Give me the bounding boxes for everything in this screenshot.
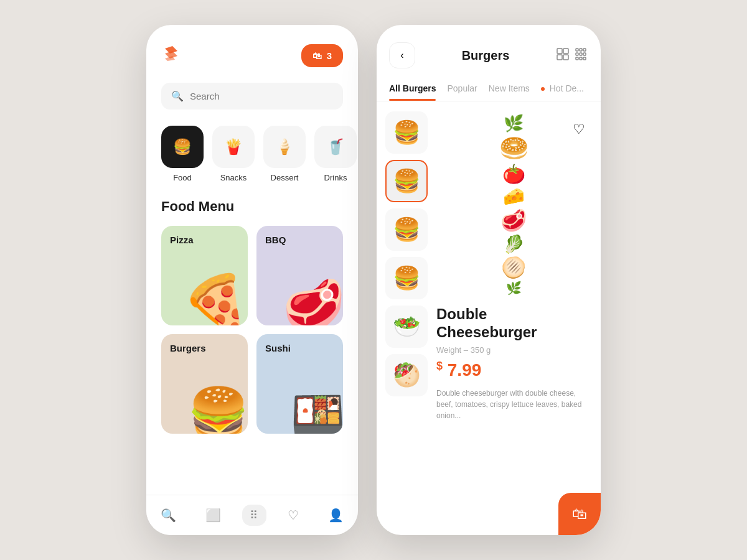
cheese-layer: 🧀 [503,186,525,207]
burgers-image: 🍔 [187,389,248,434]
tab-popular[interactable]: Popular [447,78,477,101]
back-button[interactable]: ‹ [389,42,415,68]
category-drinks[interactable]: 🥤 Drinks [314,126,357,182]
dessert-label: Dessert [271,173,299,182]
category-snacks[interactable]: 🍟 Snacks [212,126,255,182]
patty-layer: 🥩 [500,208,527,233]
burgers-label: Burgers [170,343,206,353]
nav-avatar-icon: 👤 [328,508,344,523]
svg-rect-4 [576,49,578,51]
sushi-image: 🍱 [291,393,343,434]
burger-exploded-view: 🌿 🥯 🍅 🧀 🥩 🥬 🫓 🌿 [499,111,529,302]
nav-grid-icon: ⠿ [250,508,259,522]
product-weight: Weight – 350 g [436,345,591,355]
snacks-label: Snacks [220,173,247,182]
thumb-item-2[interactable]: 🍔 [385,160,428,202]
svg-rect-3 [563,55,568,60]
svg-rect-0 [557,49,562,54]
menu-card-sushi[interactable]: Sushi 🍱 [256,334,343,434]
drinks-label: Drinks [324,173,347,182]
nav-orders-icon: ⬜ [205,508,221,523]
search-input[interactable] [190,91,333,101]
menu-section-title: Food Menu [161,198,343,215]
price-value: 7.99 [448,360,482,380]
currency-symbol: $ [436,360,443,372]
nav-search-icon: 🔍 [161,508,176,523]
bun-bottom-layer: 🫓 [501,256,526,279]
bun-sesame-layer: 🥯 [499,134,529,162]
snacks-icon: 🍟 [212,126,255,168]
thumb-item-4[interactable]: 🍔 [385,257,428,299]
menu-card-pizza[interactable]: Pizza 🍕 [161,226,248,325]
category-dessert[interactable]: 🍦 Dessert [263,126,306,182]
bbq-label: BBQ [265,235,286,245]
hot-dot [541,87,545,91]
product-content: 🍔 🍔 🍔 🍔 🥗 🥙 ♡ 🌿 🥯 🍅 🧀 🥩 🥬 🫓 [377,111,601,535]
svg-rect-2 [557,55,562,60]
svg-rect-12 [583,57,586,60]
nav-search[interactable]: 🔍 [153,504,184,526]
bbq-image: 🥩 [283,281,343,325]
thumb-item-1[interactable]: 🍔 [385,111,428,154]
categories-row: 🍔 Food 🍟 Snacks 🍦 Dessert 🥤 Drinks [161,126,343,182]
bun-top-layer: 🌿 [504,114,524,133]
bottom-navigation: 🔍 ⬜ ⠿ ♡ 👤 [146,495,358,535]
product-price: $ 7.99 [436,360,591,380]
tab-hot-deals[interactable]: Hot De... [541,78,584,101]
nav-orders[interactable]: ⬜ [198,504,228,526]
thumb-item-6[interactable]: 🥙 [385,354,428,396]
view-toggle-icons [556,47,588,64]
cart-icon: 🛍 [312,50,322,61]
product-detail: ♡ 🌿 🥯 🍅 🧀 🥩 🥬 🫓 🌿 Double Cheeseburger We… [433,111,601,535]
grid-view-icon[interactable] [556,47,570,64]
cart-count: 3 [327,50,332,61]
menu-grid: Pizza 🍕 BBQ 🥩 Burgers 🍔 Sushi 🍱 [161,226,343,434]
search-bar[interactable]: 🔍 [161,83,343,110]
thumbnail-list: 🍔 🍔 🍔 🍔 🥗 🥙 [377,111,433,535]
nav-profile[interactable]: 👤 [321,504,351,526]
logo [161,44,181,68]
list-view-icon[interactable] [575,47,588,64]
category-tabs: All Burgers Popular New Items Hot De... [377,78,601,101]
product-name: Double Cheeseburger [436,306,591,342]
add-to-cart-button[interactable]: 🛍 [558,493,601,535]
wishlist-button[interactable]: ♡ [567,118,591,141]
svg-rect-8 [580,53,582,55]
right-header: ‹ Burgers [377,25,601,78]
drinks-icon: 🥤 [314,126,357,168]
tab-new-items[interactable]: New Items [489,78,530,101]
menu-card-bbq[interactable]: BBQ 🥩 [256,226,343,325]
tomato-layer: 🍅 [502,163,525,185]
cart-button[interactable]: 🛍 3 [301,44,343,67]
svg-rect-6 [583,49,586,51]
lettuce-layer: 🥬 [503,234,525,254]
food-icon: 🍔 [161,126,204,168]
back-icon: ‹ [400,50,403,61]
pizza-label: Pizza [170,235,194,245]
menu-card-burgers[interactable]: Burgers 🍔 [161,334,248,434]
product-description: Double cheeseburger with double cheese, … [436,388,591,421]
svg-rect-1 [563,49,568,54]
herb-layer: 🌿 [506,281,522,296]
tab-all-burgers[interactable]: All Burgers [389,78,436,101]
cart-fab-icon: 🛍 [572,505,587,523]
category-food[interactable]: 🍔 Food [161,126,204,182]
svg-rect-7 [576,53,578,55]
nav-favorites[interactable]: ♡ [280,504,306,526]
search-icon: 🔍 [171,90,184,102]
sushi-label: Sushi [265,343,291,353]
thumb-item-3[interactable]: 🍔 [385,208,428,251]
svg-rect-5 [580,49,582,51]
thumb-item-5[interactable]: 🥗 [385,306,428,348]
left-header: 🛍 3 [161,44,343,68]
page-title: Burgers [423,49,548,63]
svg-rect-11 [580,57,582,60]
nav-grid[interactable]: ⠿ [242,505,266,526]
product-image-area: ♡ 🌿 🥯 🍅 🧀 🥩 🥬 🫓 🌿 [436,111,591,298]
svg-rect-10 [576,57,578,60]
svg-rect-9 [583,53,586,55]
left-phone: 🛍 3 🔍 🍔 Food 🍟 Snacks 🍦 Dessert [146,25,358,535]
product-info: Double Cheeseburger Weight – 350 g $ 7.9… [436,306,591,431]
right-phone: ‹ Burgers [377,25,601,535]
pizza-image: 🍕 [181,276,248,325]
